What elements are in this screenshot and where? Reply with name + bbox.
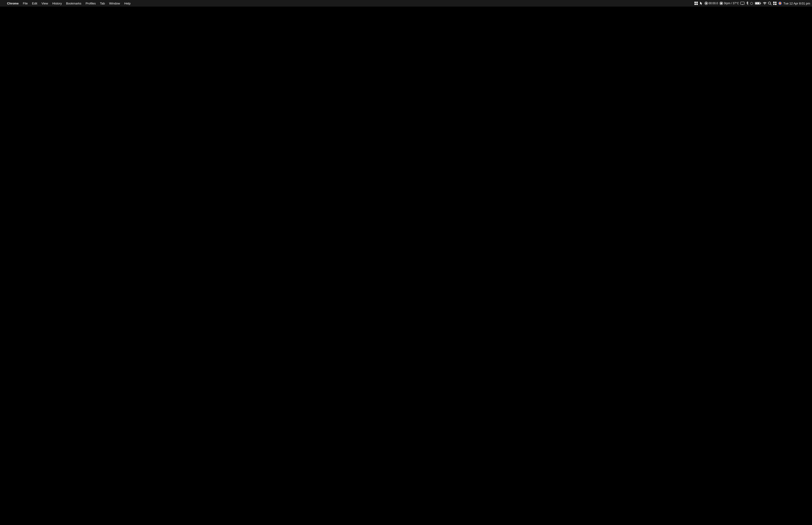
svg-point-5 — [705, 3, 707, 4]
battery-icon[interactable] — [755, 2, 762, 5]
cpu-status[interactable]: 0rpm / 37°C — [719, 1, 739, 5]
menubar-left: Chrome File Edit View History Bookmarks … — [2, 1, 132, 6]
cpu-value: 0rpm / 37°C — [724, 2, 739, 5]
svg-rect-31 — [775, 3, 777, 5]
menu-edit[interactable]: Edit — [30, 1, 39, 6]
svg-rect-25 — [761, 3, 761, 4]
wifi-icon[interactable] — [763, 2, 767, 5]
svg-point-35 — [780, 3, 781, 4]
dark-mode-icon[interactable] — [750, 2, 753, 5]
menu-view[interactable]: View — [40, 1, 50, 6]
timer-status[interactable]: 00:00.0 — [705, 2, 718, 5]
profile-icon[interactable] — [778, 1, 782, 5]
timer-value: 00:00.0 — [708, 2, 718, 5]
control-center-icon[interactable] — [773, 1, 777, 5]
svg-rect-28 — [773, 2, 775, 3]
svg-rect-7 — [721, 3, 722, 4]
datetime: Tue 12 Apr 8:01 pm — [783, 2, 810, 5]
svg-rect-3 — [696, 3, 698, 5]
svg-rect-1 — [696, 2, 698, 3]
menu-help[interactable]: Help — [122, 1, 133, 6]
bluetooth-icon[interactable] — [746, 1, 749, 5]
menu-window[interactable]: Window — [107, 1, 122, 6]
menubar-right: 00:00.0 0rpm / 37°C — [694, 1, 810, 5]
desktop — [0, 6, 812, 525]
apple-menu[interactable] — [2, 3, 5, 4]
cursor-icon[interactable] — [700, 1, 703, 5]
menubar: Chrome File Edit View History Bookmarks … — [0, 0, 812, 6]
menu-bookmarks[interactable]: Bookmarks — [64, 1, 83, 6]
svg-rect-29 — [775, 2, 777, 3]
display-icon[interactable] — [740, 2, 745, 5]
menu-profiles[interactable]: Profiles — [84, 1, 97, 6]
menu-history[interactable]: History — [50, 1, 63, 6]
app-name[interactable]: Chrome — [5, 1, 20, 6]
menu-file[interactable]: File — [21, 1, 30, 6]
svg-rect-30 — [773, 3, 775, 5]
svg-line-27 — [770, 4, 771, 5]
svg-rect-20 — [740, 2, 744, 4]
svg-rect-0 — [694, 2, 696, 3]
svg-rect-2 — [694, 3, 696, 5]
menu-tab[interactable]: Tab — [98, 1, 107, 6]
mission-control-icon[interactable] — [694, 1, 698, 5]
search-icon[interactable] — [768, 2, 771, 5]
